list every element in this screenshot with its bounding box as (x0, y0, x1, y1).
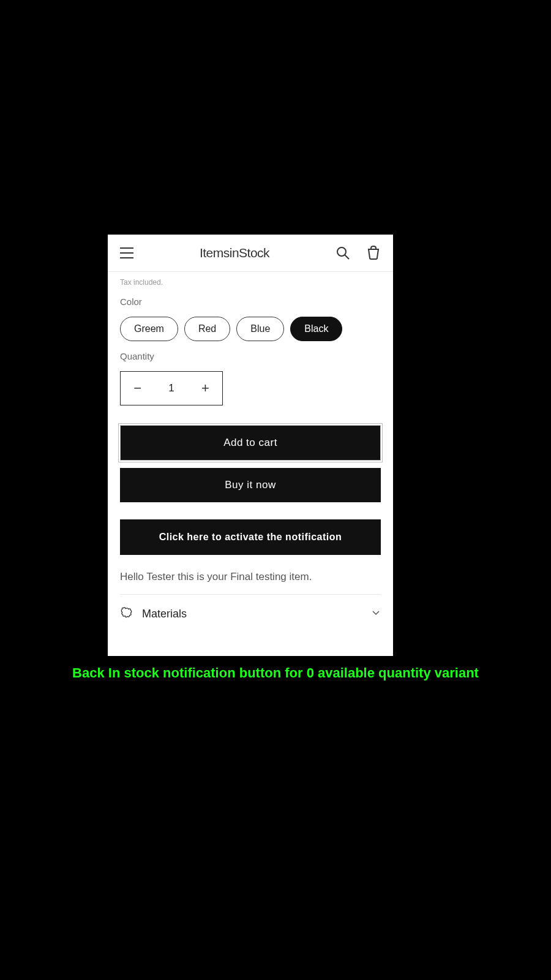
color-label: Color (120, 296, 381, 307)
cart-button[interactable] (366, 246, 381, 260)
search-button[interactable] (335, 246, 350, 260)
chevron-down-icon (371, 608, 381, 620)
svg-point-3 (337, 247, 346, 256)
site-header: ItemsinStock (108, 235, 393, 272)
materials-accordion[interactable]: Materials (120, 594, 381, 633)
quantity-value: 1 (154, 382, 188, 394)
site-title: ItemsinStock (200, 246, 269, 260)
materials-icon (120, 606, 133, 622)
quantity-stepper: − 1 + (120, 371, 223, 405)
materials-label: Materials (142, 608, 371, 620)
quantity-decrease-button[interactable]: − (121, 372, 154, 405)
tax-included-note: Tax included. (108, 272, 393, 287)
buy-now-button[interactable]: Buy it now (120, 468, 381, 502)
hamburger-icon (120, 247, 133, 258)
back-in-stock-notify-button[interactable]: Click here to activate the notification (120, 519, 381, 555)
color-option-blue[interactable]: Blue (236, 317, 284, 341)
product-description: Hello Tester this is your Final testing … (108, 555, 393, 594)
menu-button[interactable] (120, 247, 133, 258)
color-options: Greem Red Blue Black (120, 317, 381, 341)
color-option-red[interactable]: Red (184, 317, 230, 341)
color-option-greem[interactable]: Greem (120, 317, 178, 341)
quantity-label: Quantity (120, 351, 381, 361)
add-to-cart-button[interactable]: Add to cart (120, 425, 381, 461)
quantity-increase-button[interactable]: + (189, 372, 222, 405)
search-icon (335, 246, 350, 260)
annotation-caption: Back In stock notification button for 0 … (0, 665, 551, 681)
color-option-black[interactable]: Black (290, 317, 342, 341)
color-section: Color Greem Red Blue Black (108, 287, 393, 341)
cart-icon (366, 246, 381, 260)
quantity-section: Quantity − 1 + (108, 341, 393, 405)
svg-line-4 (345, 255, 349, 259)
header-actions (335, 246, 381, 260)
mobile-view: ItemsinStock Tax included. Color Greem R… (108, 235, 393, 656)
